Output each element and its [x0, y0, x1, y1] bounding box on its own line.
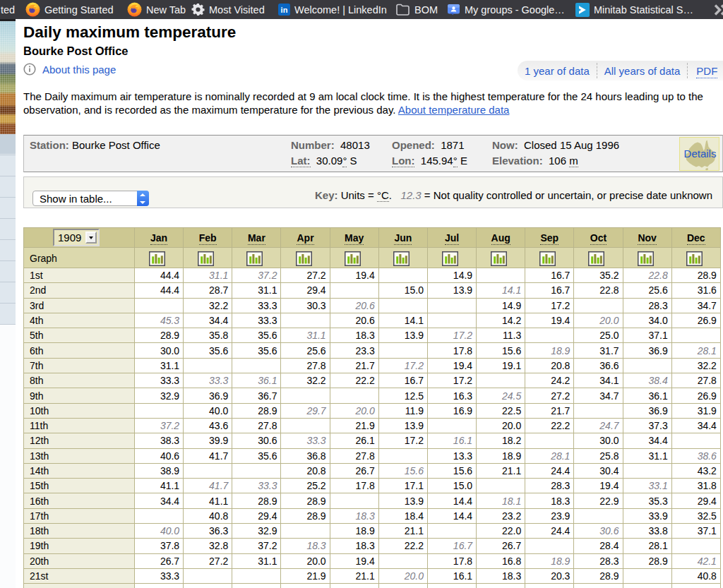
svg-text:in: in: [281, 6, 288, 14]
